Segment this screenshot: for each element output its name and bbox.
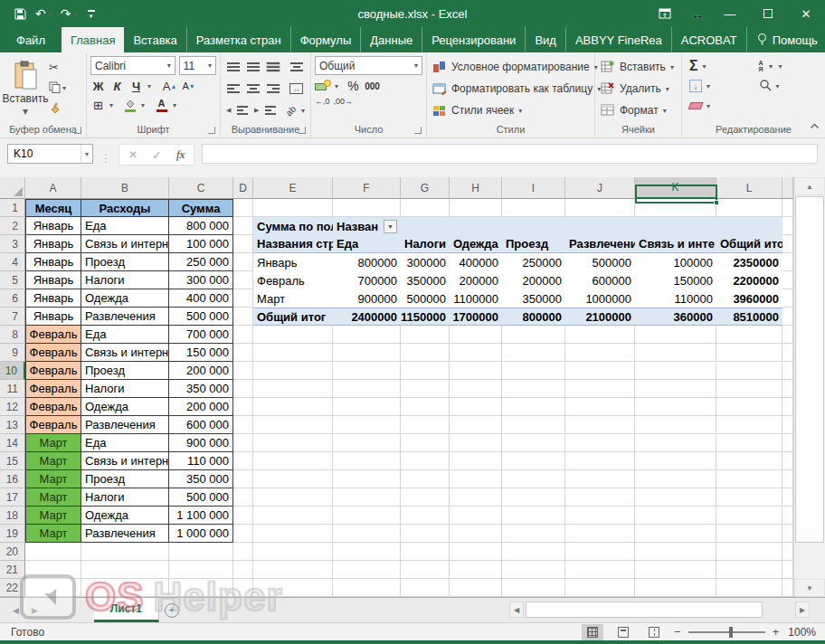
- zoom-out-button[interactable]: −: [674, 625, 681, 639]
- cell-K17[interactable]: [635, 488, 716, 507]
- cell-H21[interactable]: [450, 561, 502, 579]
- scroll-down-button[interactable]: ▼: [794, 579, 825, 597]
- cell-I14[interactable]: [502, 434, 565, 452]
- cell-D16[interactable]: [233, 470, 253, 488]
- cell-H6[interactable]: 1100000: [450, 289, 502, 308]
- new-sheet-button[interactable]: +: [159, 598, 185, 622]
- cell-H13[interactable]: [450, 416, 502, 434]
- cell-E19[interactable]: [253, 525, 333, 543]
- cell-E16[interactable]: [253, 470, 333, 488]
- cell-C20[interactable]: [169, 543, 233, 561]
- cell-C11[interactable]: 350 000: [169, 380, 233, 398]
- zoom-slider[interactable]: [688, 631, 765, 633]
- cell-L20[interactable]: [716, 543, 782, 561]
- row-header-19[interactable]: 19: [0, 525, 25, 543]
- cell-J19[interactable]: [565, 525, 635, 543]
- cell-H16[interactable]: [450, 470, 502, 488]
- cell-E6[interactable]: Март: [253, 289, 333, 308]
- cell-G8[interactable]: [401, 326, 450, 344]
- sheet-tab-list1[interactable]: Лист1: [94, 598, 159, 622]
- cell-D22[interactable]: [233, 579, 253, 597]
- sort-filter-button[interactable]: АЯ ▼▾: [759, 60, 819, 72]
- cell-L11[interactable]: [716, 380, 782, 398]
- col-header-E[interactable]: E: [253, 177, 333, 199]
- cell-I11[interactable]: [502, 380, 565, 398]
- cell-G11[interactable]: [401, 380, 450, 398]
- cell-E11[interactable]: [253, 380, 333, 398]
- cell-F9[interactable]: [333, 344, 401, 362]
- insert-function-icon[interactable]: fx: [176, 147, 185, 162]
- cell-B7[interactable]: Развлечения: [81, 308, 169, 326]
- cell-A17[interactable]: Март: [25, 488, 81, 507]
- cell-D3[interactable]: [233, 235, 253, 253]
- cell-H3[interactable]: Одежда: [450, 235, 502, 253]
- cell-C17[interactable]: 500 000: [169, 488, 233, 507]
- cell-K7[interactable]: 360000: [635, 308, 716, 326]
- row-header-13[interactable]: 13: [0, 416, 25, 434]
- cell-B22[interactable]: [81, 579, 169, 597]
- cell-J2[interactable]: [565, 217, 635, 235]
- cell-C12[interactable]: 200 000: [169, 398, 233, 416]
- font-dialog-launcher[interactable]: [208, 127, 215, 134]
- cell-D4[interactable]: [233, 253, 253, 271]
- cell-J17[interactable]: [565, 488, 635, 507]
- cell-B13[interactable]: Развлечения: [81, 416, 169, 434]
- cell-K12[interactable]: [635, 398, 716, 416]
- cell-I10[interactable]: [502, 362, 565, 380]
- cell-G20[interactable]: [401, 543, 450, 561]
- align-right-icon[interactable]: [266, 83, 280, 94]
- cell-A2[interactable]: Январь: [25, 217, 81, 235]
- cell-F16[interactable]: [333, 470, 401, 488]
- cell-I8[interactable]: [502, 326, 565, 344]
- tab-help[interactable]: Помощь: [746, 27, 825, 52]
- cell-I7[interactable]: 800000: [502, 308, 565, 326]
- cell-H11[interactable]: [450, 380, 502, 398]
- maximize-button[interactable]: [749, 0, 787, 27]
- cell-I12[interactable]: [502, 398, 565, 416]
- col-header-L[interactable]: L: [716, 177, 782, 199]
- cancel-icon[interactable]: ✕: [128, 148, 138, 161]
- cell-F17[interactable]: [333, 488, 401, 507]
- col-header-D[interactable]: D: [233, 177, 253, 199]
- tab-6[interactable]: Вид: [526, 27, 566, 52]
- cell-H17[interactable]: [450, 488, 502, 507]
- cell-D8[interactable]: [233, 326, 253, 344]
- cell-C4[interactable]: 250 000: [169, 253, 233, 271]
- cell-E1[interactable]: [253, 199, 333, 217]
- cell-G9[interactable]: [401, 344, 450, 362]
- increase-indent-icon[interactable]: [264, 105, 277, 116]
- cell-G2[interactable]: [401, 217, 450, 235]
- cell-G22[interactable]: [401, 579, 450, 597]
- cell-B5[interactable]: Налоги: [81, 271, 169, 289]
- cell-G14[interactable]: [401, 434, 450, 452]
- cell-L16[interactable]: [716, 470, 782, 488]
- undo-button[interactable]: ↶▾: [35, 6, 52, 21]
- cell-A21[interactable]: [25, 561, 81, 579]
- row-header-6[interactable]: 6: [0, 289, 25, 308]
- scroll-up-button[interactable]: ▲: [794, 177, 825, 195]
- cell-C14[interactable]: 900 000: [169, 434, 233, 452]
- row-header-3[interactable]: 3: [0, 235, 25, 253]
- cell-A20[interactable]: [25, 543, 81, 561]
- cell-A22[interactable]: [25, 579, 81, 597]
- cell-E12[interactable]: [253, 398, 333, 416]
- cell-E10[interactable]: [253, 362, 333, 380]
- cell-D1[interactable]: [233, 199, 253, 217]
- col-header-G[interactable]: G: [401, 177, 450, 199]
- cell-E9[interactable]: [253, 344, 333, 362]
- cell-K5[interactable]: 150000: [635, 271, 716, 289]
- format-as-table-button[interactable]: Форматировать как таблицу▾: [432, 82, 589, 95]
- fill-handle[interactable]: [714, 200, 719, 205]
- cell-J4[interactable]: 500000: [565, 253, 635, 271]
- cell-E14[interactable]: [253, 434, 333, 452]
- cell-D18[interactable]: [233, 507, 253, 525]
- normal-view-button[interactable]: [582, 624, 603, 640]
- cell-D12[interactable]: [233, 398, 253, 416]
- cell-A19[interactable]: Март: [25, 525, 81, 543]
- cell-B20[interactable]: [81, 543, 169, 561]
- cell-E5[interactable]: Февраль: [253, 271, 333, 289]
- horizontal-scroll-thumb[interactable]: [526, 601, 763, 618]
- cell-C6[interactable]: 400 000: [169, 289, 233, 308]
- col-header-I[interactable]: I: [502, 177, 565, 199]
- cell-E13[interactable]: [253, 416, 333, 434]
